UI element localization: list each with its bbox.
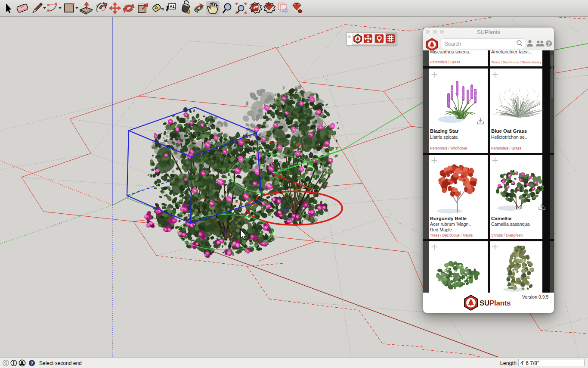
svg-text:?: ? — [31, 361, 34, 366]
